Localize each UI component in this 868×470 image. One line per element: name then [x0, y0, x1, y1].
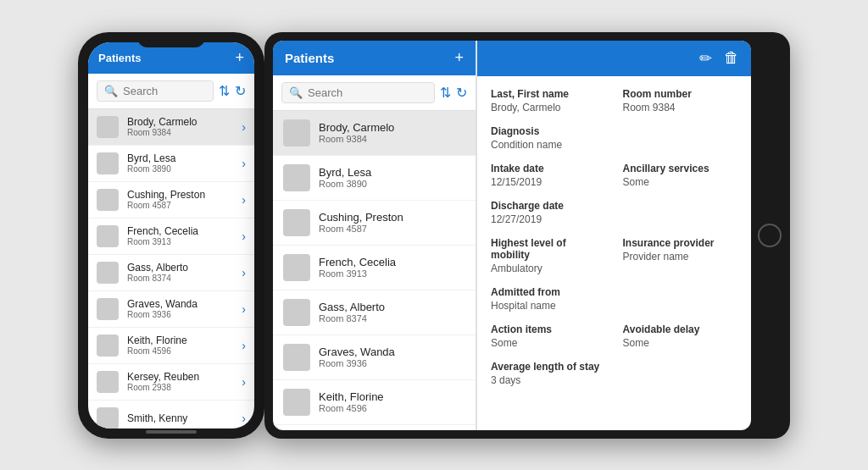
tablet-patient-item[interactable]: Keith, Florine Room 4596	[273, 380, 476, 425]
phone-patient-item[interactable]: Byrd, Lesa Room 3890 ›	[88, 146, 254, 182]
patient-info: Gass, Alberto Room 8374	[127, 262, 233, 283]
patient-info: French, Cecelia Room 3913	[319, 256, 465, 279]
detail-field-label: Diagnosis	[491, 125, 606, 137]
phone-filter-icon[interactable]: ⇅	[219, 83, 230, 99]
patient-avatar	[97, 335, 119, 357]
tablet-patient-item[interactable]: Gass, Alberto Room 8374	[273, 290, 476, 335]
detail-field-label: Admitted from	[491, 286, 606, 298]
phone-patient-item[interactable]: Gass, Alberto Room 8374 ›	[88, 255, 254, 291]
patient-info: Cushing, Preston Room 4587	[319, 211, 465, 234]
tablet-filter-icon[interactable]: ⇅	[440, 85, 451, 101]
patient-chevron-icon: ›	[242, 266, 246, 279]
patient-info: Byrd, Lesa Room 3890	[127, 152, 233, 174]
phone-refresh-icon[interactable]: ↻	[235, 83, 246, 99]
tablet-patient-item[interactable]: Byrd, Lesa Room 3890	[273, 156, 476, 201]
patient-room: Room 3936	[127, 310, 233, 319]
phone-search-wrapper[interactable]: 🔍	[97, 80, 214, 102]
phone-patient-list: Brody, Carmelo Room 9384 › Byrd, Lesa Ro…	[88, 109, 254, 429]
tablet-detail-content: Last, First name Brody, Carmelo Room num…	[477, 76, 751, 430]
patient-name: Graves, Wanda	[319, 346, 465, 358]
phone-patient-item[interactable]: Graves, Wanda Room 3936 ›	[88, 291, 254, 328]
detail-field-value: Some	[491, 337, 606, 349]
patient-name: Byrd, Lesa	[319, 166, 465, 179]
tablet-patient-item[interactable]: Kersey, Reuben Room 2938	[273, 425, 476, 430]
patient-name: Keith, Florine	[319, 390, 465, 403]
patient-room: Room 4587	[127, 201, 233, 210]
detail-field: Admitted from Hospital name	[491, 286, 606, 312]
phone-patient-item[interactable]: Brody, Carmelo Room 9384 ›	[88, 109, 254, 146]
detail-field-value: Ambulatory	[491, 263, 606, 274]
patient-avatar	[97, 116, 119, 138]
tablet-refresh-icon[interactable]: ↻	[456, 85, 467, 101]
tablet-patient-item[interactable]: French, Cecelia Room 3913	[273, 246, 476, 290]
tablet-edit-icon[interactable]: ✏	[699, 49, 712, 68]
patient-room: Room 9384	[127, 128, 233, 137]
patient-avatar	[97, 225, 119, 247]
phone-patient-item[interactable]: Smith, Kenny ›	[88, 401, 254, 429]
tablet-device: Patients + 🔍 ⇅ ↻ Brody, Carmelo Room 938…	[264, 32, 790, 439]
patient-avatar	[283, 389, 310, 416]
patient-room: Room 3913	[319, 268, 465, 279]
detail-field-empty	[623, 286, 738, 312]
tablet-header-title: Patients	[285, 51, 334, 65]
tablet-screen: Patients + 🔍 ⇅ ↻ Brody, Carmelo Room 938…	[273, 41, 751, 430]
tablet-patient-item[interactable]: Graves, Wanda Room 3936	[273, 335, 476, 380]
phone-patient-item[interactable]: Keith, Florine Room 4596 ›	[88, 328, 254, 364]
phone-add-button[interactable]: +	[235, 49, 244, 67]
patient-info: Gass, Alberto Room 8374	[319, 301, 465, 323]
detail-field: Room number Room 9384	[623, 88, 738, 113]
tablet-list-panel: Patients + 🔍 ⇅ ↻ Brody, Carmelo Room 938…	[273, 41, 476, 430]
patient-name: French, Cecelia	[127, 225, 233, 237]
patient-chevron-icon: ›	[242, 339, 246, 352]
phone-search-bar: 🔍 ⇅ ↻	[88, 74, 254, 109]
detail-field-empty	[623, 361, 738, 386]
patient-name: Cushing, Preston	[127, 189, 233, 201]
patient-chevron-icon: ›	[242, 229, 246, 243]
patient-room: Room 8374	[319, 313, 465, 323]
phone-patient-item[interactable]: Cushing, Preston Room 4587 ›	[88, 182, 254, 218]
phone-patient-item[interactable]: Kersey, Reuben Room 2938 ›	[88, 364, 254, 401]
patient-room: Room 3890	[127, 164, 233, 174]
patient-avatar	[97, 189, 119, 211]
tablet-patient-item[interactable]: Brody, Carmelo Room 9384	[273, 111, 476, 156]
tablet-detail-panel: ✏ 🗑 Last, First name Brody, Carmelo Room…	[476, 41, 751, 430]
patient-info: Cushing, Preston Room 4587	[127, 189, 233, 210]
patient-room: Room 3913	[127, 237, 233, 246]
patient-info: Smith, Kenny	[127, 412, 233, 424]
detail-field: Ancillary services Some	[623, 163, 738, 188]
detail-field-label: Last, First name	[491, 88, 606, 100]
tablet-detail-header: ✏ 🗑	[477, 41, 751, 76]
tablet-search-wrapper[interactable]: 🔍	[281, 82, 435, 103]
detail-field-value: Provider name	[623, 251, 738, 263]
patient-avatar	[97, 371, 119, 393]
patient-chevron-icon: ›	[242, 157, 246, 170]
patient-avatar	[283, 209, 310, 236]
phone-header-title: Patients	[98, 52, 142, 64]
patient-avatar	[283, 299, 310, 326]
detail-field-empty	[623, 200, 738, 225]
patient-info: Kersey, Reuben Room 2938	[127, 371, 233, 392]
tablet-add-button[interactable]: +	[454, 49, 464, 67]
tablet-search-input[interactable]	[308, 86, 427, 99]
detail-field-value: Brody, Carmelo	[491, 102, 606, 113]
patient-name: Byrd, Lesa	[127, 152, 233, 164]
patient-name: Brody, Carmelo	[127, 116, 233, 128]
patient-avatar	[283, 119, 310, 147]
patient-avatar	[97, 298, 119, 320]
patient-avatar	[97, 152, 119, 174]
patient-name: Cushing, Preston	[319, 211, 465, 224]
patient-name: Kersey, Reuben	[127, 371, 233, 383]
tablet-delete-icon[interactable]: 🗑	[724, 49, 739, 67]
patient-info: French, Cecelia Room 3913	[127, 225, 233, 246]
tablet-patient-item[interactable]: Cushing, Preston Room 4587	[273, 201, 476, 246]
tablet-home-button[interactable]	[758, 224, 782, 247]
patient-chevron-icon: ›	[242, 120, 246, 134]
phone-search-input[interactable]	[123, 85, 206, 97]
detail-field: Avoidable delay Some	[623, 323, 738, 349]
patient-avatar	[283, 164, 310, 191]
phone-patient-item[interactable]: French, Cecelia Room 3913 ›	[88, 218, 254, 255]
patient-name: Smith, Kenny	[127, 412, 233, 424]
patient-avatar	[97, 407, 119, 429]
detail-field-label: Ancillary services	[623, 163, 738, 174]
patient-info: Graves, Wanda Room 3936	[319, 346, 465, 368]
